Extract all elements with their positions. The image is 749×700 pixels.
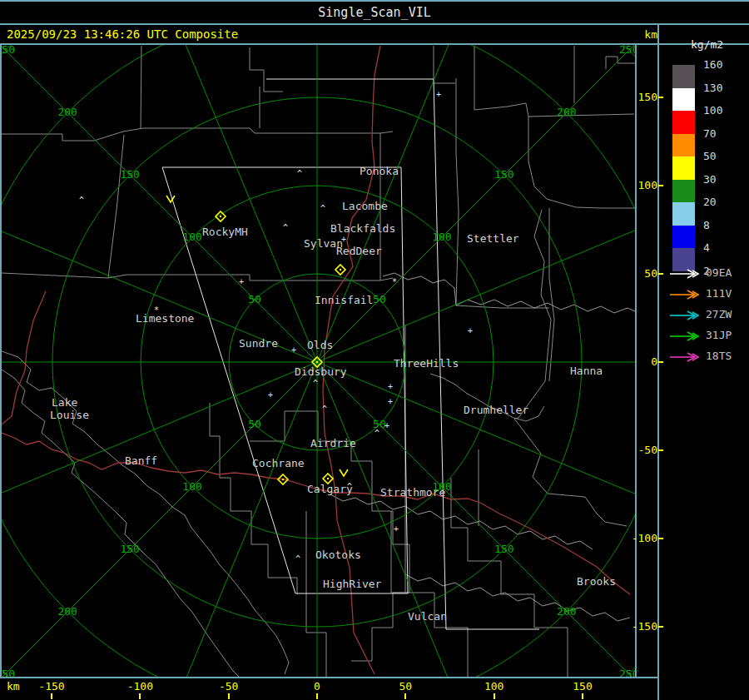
bottom-axis-tick-mark: [494, 693, 495, 699]
bottom-axis-tick-label: -150: [38, 680, 64, 693]
vil-scale-value: 160: [703, 58, 722, 71]
town-marker: ^: [283, 223, 288, 232]
right-axis-tick-label: -100: [631, 532, 657, 544]
city-label: Sundre: [239, 337, 278, 350]
bottom-axis-tick-mark: [582, 693, 583, 699]
vil-scale-value: 70: [703, 127, 717, 140]
city-label: Stettler: [467, 232, 519, 245]
town-marker: +: [388, 397, 393, 406]
range-ring-label: 200: [57, 106, 77, 118]
range-ring-label: 50: [248, 293, 261, 305]
city-label: RockyMH: [202, 226, 248, 238]
bottom-axis-tick-label: 100: [484, 680, 503, 693]
bottom-axis-tick-label: 150: [573, 680, 592, 693]
right-axis-unit-label: km: [637, 28, 657, 41]
city-label: Lacombe: [342, 200, 388, 212]
range-ring-label: 100: [182, 231, 201, 243]
city-label: ThreeHills: [394, 357, 459, 370]
range-ring-label: 100: [182, 480, 201, 493]
city-label: Ponoka: [360, 165, 399, 177]
town-marker: *: [392, 277, 397, 286]
town-marker: +: [436, 90, 441, 99]
colour-scale-units: kg/m2: [691, 38, 723, 51]
city-label: Cochrane: [252, 457, 305, 469]
vil-scale-value: 130: [703, 82, 722, 94]
city-label: Banff: [125, 454, 157, 467]
wind-arrow-marker: [340, 469, 348, 476]
right-axis-tick-mark: [658, 626, 663, 628]
map-bottom-border: [0, 677, 659, 678]
radar-site-id: 31JP: [706, 329, 732, 341]
town-marker: ^: [374, 429, 379, 438]
vil-scale-swatch: [672, 134, 695, 157]
city-label: Didsbury: [295, 365, 347, 378]
radar-site-arrow-icon: [669, 330, 701, 342]
right-axis-tick-mark: [658, 97, 663, 98]
county-boundary-line: [456, 78, 459, 305]
city-label: Okotoks: [315, 549, 361, 561]
bottom-axis-unit-label: km: [7, 680, 20, 693]
county-boundary-line: [549, 208, 554, 381]
right-axis-tick-label: -150: [631, 620, 657, 633]
vil-scale-swatch: [672, 156, 695, 180]
right-axis-tick-label: 50: [631, 267, 657, 280]
vil-scale-value: 30: [703, 173, 717, 186]
radar-map-viewport[interactable]: 5050505010010010010015015015015020020020…: [2, 45, 635, 677]
range-ring-label: 250: [2, 45, 15, 56]
range-ring-label: 200: [557, 106, 576, 118]
wind-arrow-marker: [166, 196, 175, 202]
city-label: Limestone: [136, 312, 195, 325]
city-label: Brooks: [577, 575, 616, 588]
radar-site-id: 09EA: [706, 266, 732, 279]
right-axis-tick-label: 0: [631, 355, 657, 368]
town-marker: +: [239, 277, 244, 286]
city-label: Drumheller: [464, 404, 528, 416]
county-boundary-line: [2, 128, 393, 141]
right-axis-tick-mark: [658, 538, 663, 539]
vil-scale-swatch: [672, 88, 695, 112]
radar-site-marker-dot: [220, 216, 221, 217]
range-ring-label: 150: [120, 543, 139, 555]
town-marker: ^: [313, 379, 318, 388]
city-label: Olds: [307, 339, 333, 351]
town-marker: +: [341, 235, 346, 244]
city-label: Lake: [52, 396, 77, 409]
radial-azimuth-line: [2, 362, 317, 677]
city-label: HighRiver: [323, 578, 382, 590]
town-marker: +: [384, 421, 389, 430]
radar-site-id: 111V: [706, 287, 732, 300]
town-marker: ^: [295, 554, 300, 563]
radar-site-marker-dot: [327, 478, 329, 479]
town-marker: ^: [320, 204, 325, 213]
range-ring-label: 200: [557, 605, 576, 618]
right-axis-tick-mark: [658, 273, 663, 275]
city-label: Blackfalds: [330, 222, 395, 235]
city-label: Louise: [50, 409, 89, 421]
vil-scale-value: 4: [703, 241, 710, 254]
title-separator-line: [0, 23, 749, 25]
radar-site-marker-dot: [340, 269, 341, 271]
vil-scale-value: 20: [703, 196, 717, 208]
range-ring-label: 150: [494, 543, 513, 555]
range-ring-label: 50: [248, 418, 261, 430]
county-boundary-line: [451, 478, 568, 677]
town-marker: +: [394, 524, 399, 534]
radar-site-arrow-icon: [669, 288, 701, 304]
radar-site-id: 27ZW: [706, 308, 732, 320]
bottom-axis-tick-mark: [404, 693, 406, 699]
range-ring-label: 200: [57, 605, 77, 618]
town-marker: +: [388, 382, 393, 391]
radial-azimuth-line: [317, 362, 635, 547]
bottom-axis-tick-mark: [316, 693, 318, 699]
town-marker: ^: [322, 405, 327, 414]
town-marker: *: [154, 305, 159, 315]
county-boundary-line: [2, 370, 240, 677]
window-title: Single_Scan_VIL: [0, 2, 749, 23]
city-label: Strathmore: [380, 486, 445, 499]
city-label: RedDeer: [336, 245, 382, 257]
radar-site-arrow-icon: [669, 267, 701, 283]
right-axis-tick-mark: [658, 361, 663, 363]
radar-site-arrow-icon: [669, 268, 701, 280]
range-ring-label: 100: [432, 231, 451, 243]
range-ring-label: 250: [619, 668, 635, 677]
